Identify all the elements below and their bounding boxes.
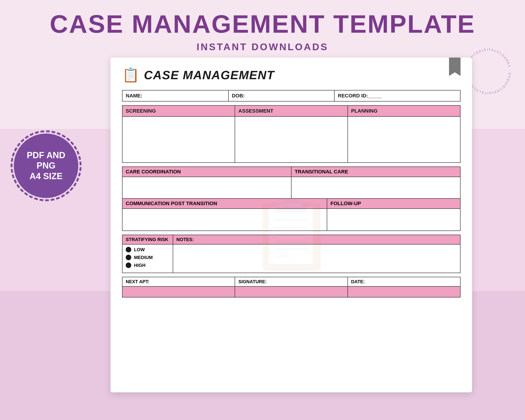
date-label: DATE: [348, 277, 460, 286]
followup-content[interactable] [327, 209, 460, 232]
document-card: 📋 📋 CASE MANAGEMENT NAME: DOB: RECORD ID… [111, 57, 472, 392]
planning-content[interactable] [348, 117, 460, 162]
transitional-care-header: TRANSITIONAL CARE [291, 167, 460, 177]
bookmark [449, 57, 460, 76]
high-label: HIGH [134, 263, 146, 268]
assessment-header: ASSESSMENT [235, 106, 348, 116]
care-row: CARE COORDINATION TRANSITIONAL CARE [122, 167, 460, 199]
risk-notes-row: STRATIFYING RISK LOW MEDIUM HIGH NOTES: [122, 235, 460, 273]
date-value[interactable] [348, 287, 460, 297]
page-subtitle: INSTANT DOWNLOADS [0, 41, 525, 53]
name-label: NAME: [122, 91, 229, 101]
transitional-care-content[interactable] [291, 177, 460, 200]
footer-row: NEXT APT: SIGNATURE: DATE: [122, 277, 460, 298]
medium-dot [126, 255, 131, 260]
screening-header: SCREENING [122, 106, 235, 116]
care-coordination-content[interactable] [122, 177, 291, 200]
communication-header: COMMUNICATION POST TRANSITION [122, 199, 327, 209]
risk-low: LOW [126, 247, 169, 252]
care-coordination-section: CARE COORDINATION [122, 167, 291, 198]
format-badge: PDF AND PNG A4 SIZE [14, 134, 78, 198]
risk-header: STRATIFYING RISK [122, 235, 173, 244]
risk-high: HIGH [126, 262, 169, 268]
notes-content[interactable] [176, 247, 457, 270]
signature-value[interactable] [235, 287, 348, 297]
comm-row: COMMUNICATION POST TRANSITION FOLLOW-UP [122, 199, 460, 231]
high-dot [126, 262, 131, 268]
doc-title: CASE MANAGEMENT [144, 68, 274, 82]
care-coordination-header: CARE COORDINATION [122, 167, 291, 177]
communication-section: COMMUNICATION POST TRANSITION [122, 199, 327, 231]
planning-header: PLANNING [348, 106, 460, 116]
communication-content[interactable] [122, 209, 327, 232]
next-apt-label: NEXT APT: [122, 277, 235, 286]
next-apt-value[interactable] [122, 287, 235, 297]
section-content [122, 117, 460, 163]
notes-header: NOTES: [173, 235, 460, 244]
followup-header: FOLLOW-UP [327, 199, 460, 209]
page-title: CASE MANAGEMENT TEMPLATE [0, 9, 525, 38]
footer-labels: NEXT APT: SIGNATURE: DATE: [122, 277, 460, 287]
signature-label: SIGNATURE: [235, 277, 348, 286]
low-dot [126, 247, 131, 252]
clipboard-icon: 📋 [122, 67, 139, 83]
followup-section: FOLLOW-UP [327, 199, 460, 231]
badge-line1: PDF AND PNG A4 SIZE [27, 150, 65, 182]
risk-medium: MEDIUM [126, 255, 169, 260]
dob-label: DOB: [229, 91, 335, 101]
medium-label: MEDIUM [134, 255, 153, 260]
doc-header: 📋 CASE MANAGEMENT [122, 67, 460, 83]
footer-values [122, 287, 460, 297]
section-headers: SCREENING ASSESSMENT PLANNING [122, 105, 460, 117]
risk-section: STRATIFYING RISK LOW MEDIUM HIGH [122, 235, 173, 273]
transitional-care-section: TRANSITIONAL CARE [291, 167, 460, 198]
notes-section: NOTES: [173, 235, 460, 273]
assessment-content[interactable] [235, 117, 348, 162]
screening-content[interactable] [122, 117, 235, 162]
low-label: LOW [134, 247, 145, 252]
record-id-label: RECORD ID:_____ [335, 91, 460, 101]
patient-info-row: NAME: DOB: RECORD ID:_____ [122, 90, 460, 102]
